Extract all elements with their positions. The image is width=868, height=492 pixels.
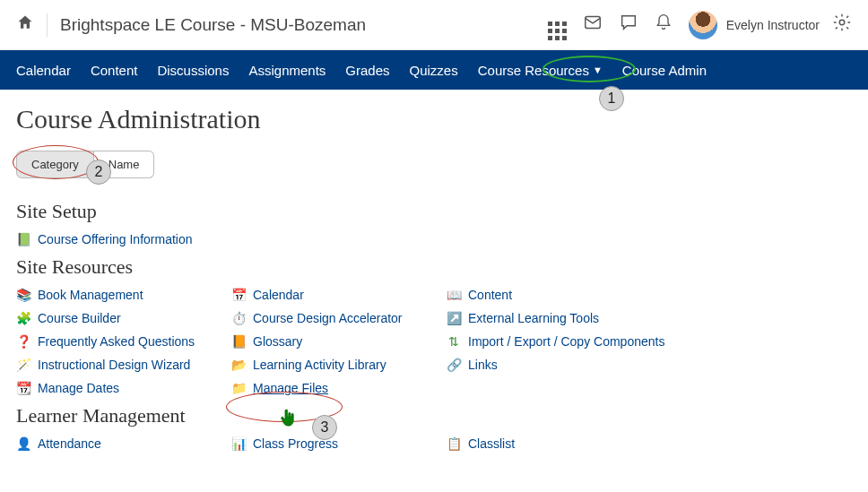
- section-learner-mgmt: Learner Management: [16, 404, 852, 427]
- link-import-export[interactable]: ⇅Import / Export / Copy Components: [447, 334, 733, 349]
- nav-grades[interactable]: Grades: [345, 63, 389, 78]
- chat-icon[interactable]: [619, 13, 638, 37]
- library-icon: 📂: [231, 358, 246, 372]
- top-bar: Brightspace LE Course - MSU-Bozeman Evel…: [0, 0, 868, 50]
- person-icon: 👤: [16, 436, 30, 451]
- faq-icon: ❓: [16, 334, 30, 349]
- link-manage-dates[interactable]: 📆Manage Dates: [16, 381, 231, 395]
- nav-assignments[interactable]: Assignments: [248, 63, 326, 78]
- link-classlist[interactable]: 📋Classlist: [447, 436, 733, 451]
- books-icon: 📚: [16, 288, 30, 302]
- section-site-setup: Site Setup: [16, 200, 852, 223]
- gauge-icon: ⏱️: [231, 311, 246, 325]
- course-title[interactable]: Brightspace LE Course - MSU-Bozeman: [60, 15, 366, 35]
- link-book-management[interactable]: 📚Book Management: [16, 288, 231, 302]
- user-name: Evelyn Instructor: [726, 18, 820, 32]
- link-design-wizard[interactable]: 🪄Instructional Design Wizard: [16, 358, 231, 372]
- apps-waffle-icon[interactable]: [548, 10, 567, 40]
- link-glossary[interactable]: 📙Glossary: [231, 334, 447, 349]
- calendar-icon: 📅: [231, 288, 246, 302]
- folder-icon: 📁: [231, 381, 246, 395]
- wizard-icon: 🪄: [16, 358, 30, 372]
- progress-icon: 📊: [231, 436, 246, 451]
- link-attendance[interactable]: 👤Attendance: [16, 436, 231, 451]
- content-icon: 📖: [447, 288, 461, 302]
- link-external-tools[interactable]: ↗️External Learning Tools: [447, 311, 733, 325]
- annotation-number-2: 2: [86, 160, 111, 185]
- list-icon: 📋: [447, 436, 461, 451]
- gear-icon[interactable]: [832, 13, 852, 38]
- mail-icon[interactable]: [583, 13, 603, 37]
- bell-icon[interactable]: [655, 13, 673, 36]
- link-course-design-accel[interactable]: ⏱️Course Design Accelerator: [231, 311, 447, 325]
- external-icon: ↗️: [447, 311, 461, 325]
- link-course-offering-info[interactable]: 📗 Course Offering Information: [16, 232, 231, 246]
- link-content[interactable]: 📖Content: [447, 288, 733, 302]
- link-calendar[interactable]: 📅Calendar: [231, 288, 447, 302]
- nav-content[interactable]: Content: [91, 63, 138, 78]
- nav-discussions[interactable]: Discussions: [157, 63, 229, 78]
- divider: [47, 13, 48, 37]
- link-activity-library[interactable]: 📂Learning Activity Library: [231, 358, 447, 372]
- svg-point-1: [839, 20, 845, 25]
- page-title: Course Administration: [16, 104, 852, 134]
- navbar: Calendar Content Discussions Assignments…: [0, 50, 868, 90]
- home-icon[interactable]: [16, 13, 34, 36]
- import-icon: ⇅: [447, 334, 461, 349]
- link-class-progress[interactable]: 📊Class Progress: [231, 436, 447, 451]
- book-icon: 📗: [16, 232, 30, 246]
- content: Course Administration Category Name 2 Si…: [0, 90, 868, 476]
- section-site-resources: Site Resources: [16, 255, 852, 279]
- annotation-oval-1: [542, 56, 636, 82]
- dates-icon: 📆: [16, 381, 30, 395]
- link-links[interactable]: 🔗Links: [447, 358, 733, 372]
- annotation-number-3: 3: [312, 415, 337, 440]
- svg-rect-0: [585, 17, 600, 29]
- builder-icon: 🧩: [16, 311, 30, 325]
- nav-calendar[interactable]: Calendar: [16, 63, 71, 78]
- glossary-icon: 📙: [231, 334, 246, 349]
- link-icon: 🔗: [447, 358, 461, 372]
- nav-quizzes[interactable]: Quizzes: [410, 63, 458, 78]
- link-faq[interactable]: ❓Frequently Asked Questions: [16, 334, 231, 349]
- link-course-builder[interactable]: 🧩Course Builder: [16, 311, 231, 325]
- avatar: [689, 11, 717, 39]
- user-menu[interactable]: Evelyn Instructor: [689, 11, 820, 39]
